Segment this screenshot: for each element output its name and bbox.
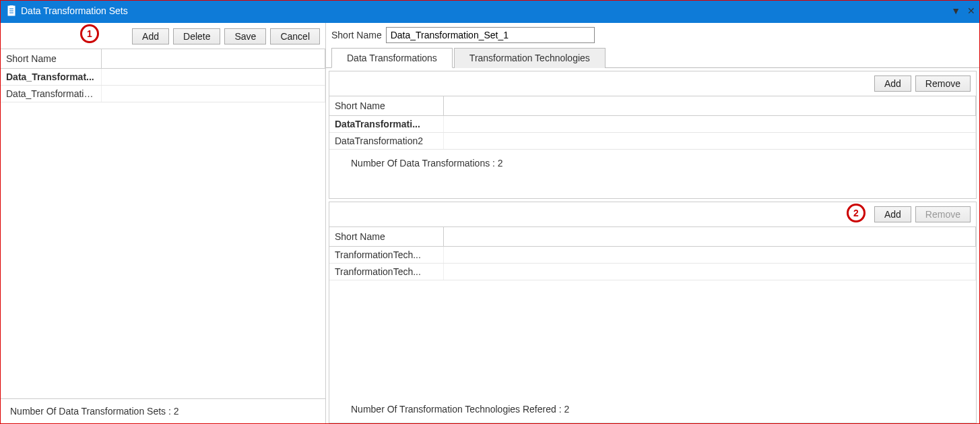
- technologies-remove-button[interactable]: Remove: [915, 206, 971, 222]
- table-row[interactable]: TranformationTech...: [329, 247, 976, 264]
- left-toolbar: 1 Add Delete Save Cancel: [1, 23, 325, 49]
- technologies-grid-header: Short Name: [329, 227, 976, 247]
- transformations-grid-body: DataTransformati... DataTransformation2: [329, 116, 976, 150]
- delete-button[interactable]: Delete: [173, 28, 220, 44]
- transformations-header-shortname[interactable]: Short Name: [329, 96, 444, 115]
- callout-2: 2: [847, 204, 865, 222]
- transformations-section: Add Remove Short Name DataTransformati..…: [329, 71, 977, 199]
- technologies-section: 2 Add Remove Short Name TranformationTec…: [329, 202, 977, 423]
- content-area: 1 Add Delete Save Cancel Short Name Data…: [1, 23, 979, 423]
- detail-header: Short Name: [326, 23, 979, 43]
- table-row[interactable]: Data_Transformat...: [1, 69, 325, 86]
- technologies-grid-body: TranformationTech... TranformationTech..…: [329, 247, 976, 280]
- table-row[interactable]: DataTransformation2: [329, 133, 976, 150]
- transformations-toolbar: Add Remove: [329, 71, 976, 96]
- technologies-cell-blank: [444, 247, 976, 263]
- window-controls: ▼ ✕: [951, 1, 975, 21]
- transformations-grid-header: Short Name: [329, 96, 976, 116]
- right-pane: Short Name Data Transformations Transfor…: [326, 23, 979, 423]
- callout-1: 1: [80, 24, 99, 43]
- window-title: Data Transformation Sets: [21, 5, 128, 16]
- svg-rect-1: [9, 5, 13, 7]
- short-name-label: Short Name: [331, 30, 382, 40]
- tab-data-transformations[interactable]: Data Transformations: [331, 48, 453, 68]
- table-row[interactable]: DataTransformati...: [329, 116, 976, 133]
- technologies-cell-shortname: TranformationTech...: [329, 264, 444, 280]
- clipboard-icon: [6, 5, 17, 16]
- app-window: Data Transformation Sets ▼ ✕ 1 Add Delet…: [0, 0, 980, 424]
- tabs: Data Transformations Transformation Tech…: [326, 47, 979, 68]
- sets-grid-header: Short Name: [1, 49, 325, 69]
- sets-cell-shortname: Data_Transformat...: [1, 69, 102, 85]
- sets-grid-body: Data_Transformat... Data_Transformatio..…: [1, 69, 325, 102]
- sets-header-shortname[interactable]: Short Name: [1, 49, 102, 68]
- transformations-cell-blank: [444, 133, 976, 149]
- technologies-header-shortname[interactable]: Short Name: [329, 227, 444, 246]
- add-button[interactable]: Add: [132, 28, 169, 44]
- technologies-cell-blank: [444, 264, 976, 280]
- transformations-header-blank: [444, 96, 976, 115]
- minimize-icon[interactable]: ▼: [951, 5, 960, 16]
- transformations-cell-blank: [444, 116, 976, 132]
- sets-header-blank: [102, 49, 325, 68]
- sets-grid: Short Name Data_Transformat... Data_Tran…: [1, 49, 325, 102]
- technologies-header-blank: [444, 227, 976, 246]
- technologies-count-status: Number Of Transformation Technologies Re…: [329, 396, 976, 423]
- transformations-cell-shortname: DataTransformati...: [329, 116, 444, 132]
- technologies-add-button[interactable]: Add: [874, 206, 911, 222]
- transformations-add-button[interactable]: Add: [874, 75, 911, 92]
- close-icon[interactable]: ✕: [967, 5, 975, 16]
- transformations-cell-shortname: DataTransformation2: [329, 133, 444, 149]
- sets-cell-blank: [102, 86, 325, 102]
- sets-count-status: Number Of Data Transformation Sets : 2: [1, 398, 325, 423]
- title-tab[interactable]: Data Transformation Sets: [1, 1, 137, 21]
- short-name-input[interactable]: [386, 27, 595, 43]
- left-spacer: [1, 102, 325, 398]
- left-pane: 1 Add Delete Save Cancel Short Name Data…: [1, 23, 326, 423]
- technologies-cell-shortname: TranformationTech...: [329, 247, 444, 263]
- transformations-remove-button[interactable]: Remove: [915, 75, 971, 92]
- save-button[interactable]: Save: [224, 28, 266, 44]
- transformations-count-status: Number Of Data Transformations : 2: [329, 150, 976, 177]
- tab-content: Add Remove Short Name DataTransformati..…: [326, 68, 979, 423]
- title-bar: Data Transformation Sets ▼ ✕: [1, 1, 979, 21]
- tab-transformation-technologies[interactable]: Transformation Technologies: [454, 48, 606, 68]
- sets-cell-blank: [102, 69, 325, 85]
- table-row[interactable]: TranformationTech...: [329, 264, 976, 280]
- cancel-button[interactable]: Cancel: [270, 28, 320, 44]
- table-row[interactable]: Data_Transformatio...: [1, 86, 325, 102]
- sets-cell-shortname: Data_Transformatio...: [1, 86, 102, 102]
- technologies-toolbar: 2 Add Remove: [329, 202, 976, 227]
- technologies-spacer: [329, 280, 976, 396]
